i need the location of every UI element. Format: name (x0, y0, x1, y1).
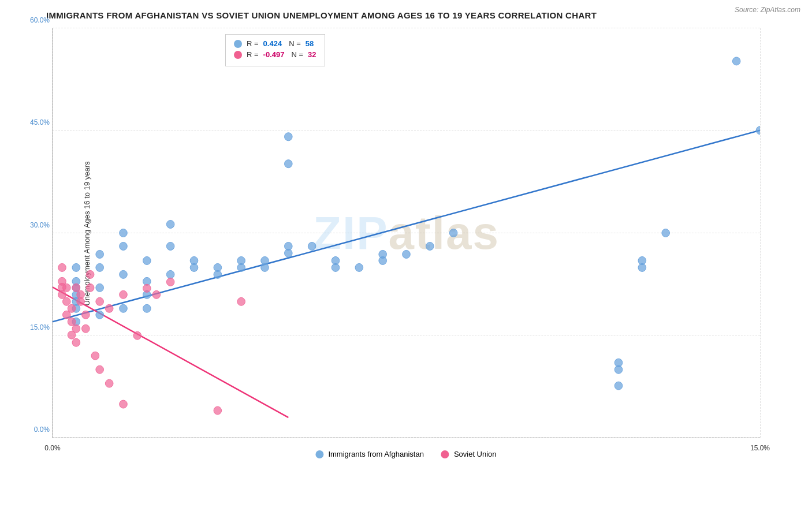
svg-point-81 (152, 290, 161, 298)
svg-point-70 (86, 270, 94, 278)
svg-point-37 (331, 263, 340, 271)
svg-point-18 (143, 256, 151, 264)
legend-item-afghanistan: Immigrants from Afghanistan (315, 450, 423, 458)
x-tick-15: 15.0% (750, 444, 770, 452)
svg-point-73 (96, 365, 104, 374)
svg-point-58 (63, 297, 71, 305)
svg-point-19 (143, 304, 151, 312)
svg-point-16 (120, 229, 128, 237)
svg-point-76 (105, 304, 113, 312)
y-tick-0: 0.0% (34, 426, 50, 434)
svg-point-43 (449, 229, 457, 237)
svg-point-9 (96, 311, 104, 319)
svg-point-12 (96, 250, 104, 258)
chart-area: Unemployment Among Ages 16 to 19 years R… (52, 28, 760, 461)
svg-point-75 (105, 379, 113, 387)
svg-point-84 (237, 297, 245, 305)
svg-point-63 (72, 324, 80, 333)
svg-point-61 (68, 318, 76, 326)
svg-point-38 (355, 263, 363, 271)
svg-point-74 (96, 297, 104, 305)
legend-dot-afghanistan (315, 450, 323, 458)
svg-point-67 (77, 297, 85, 305)
svg-point-21 (166, 270, 174, 278)
svg-point-50 (662, 229, 670, 237)
svg-point-15 (120, 242, 128, 250)
svg-point-46 (614, 365, 623, 374)
svg-point-23 (166, 221, 174, 229)
svg-point-40 (379, 250, 387, 258)
bottom-legend: Immigrants from Afghanistan Soviet Union (315, 450, 496, 458)
svg-point-69 (82, 324, 90, 333)
svg-point-31 (261, 263, 269, 271)
svg-line-1 (53, 287, 288, 417)
legend-label-soviet: Soviet Union (454, 450, 497, 458)
y-tick-45: 45.0% (30, 118, 50, 126)
svg-point-34 (285, 242, 293, 250)
legend-dot-soviet (441, 450, 449, 458)
svg-point-54 (58, 263, 66, 271)
svg-point-35 (308, 242, 316, 250)
svg-point-13 (120, 304, 128, 312)
svg-point-64 (72, 338, 80, 346)
svg-point-48 (638, 256, 646, 264)
svg-point-29 (237, 263, 245, 271)
legend-item-soviet: Soviet Union (441, 450, 497, 458)
svg-point-27 (214, 270, 222, 278)
svg-point-52 (756, 126, 760, 135)
svg-point-10 (96, 283, 104, 292)
svg-point-82 (166, 278, 174, 286)
legend-label-afghanistan: Immigrants from Afghanistan (328, 450, 423, 458)
svg-point-72 (91, 352, 99, 360)
svg-point-49 (614, 382, 623, 390)
x-tick-0: 0.0% (44, 444, 60, 452)
svg-point-56 (58, 290, 66, 298)
svg-point-65 (72, 283, 80, 292)
y-tick-15: 15.0% (30, 323, 50, 331)
plot-area: 0.0% 15.0% 30.0% 45.0% 60.0% 0.0% 15.0% … (52, 28, 760, 438)
svg-point-71 (86, 283, 94, 292)
source-label: Source: ZipAtlas.com (735, 6, 800, 14)
svg-point-7 (72, 263, 80, 271)
svg-point-60 (68, 304, 76, 312)
scatter-svg (53, 28, 760, 438)
svg-point-57 (63, 283, 71, 292)
y-tick-60: 60.0% (30, 16, 50, 24)
y-tick-30: 30.0% (30, 221, 50, 229)
svg-point-14 (120, 270, 128, 278)
svg-point-42 (426, 242, 434, 250)
svg-point-78 (120, 400, 128, 408)
svg-point-51 (732, 57, 740, 65)
svg-point-79 (133, 331, 141, 339)
grid-v-15 (760, 28, 761, 438)
svg-point-80 (143, 284, 151, 292)
svg-point-25 (190, 263, 198, 271)
svg-point-83 (214, 406, 222, 415)
chart-container: IMMIGRANTS FROM AFGHANISTAN VS SOVIET UN… (0, 0, 812, 515)
svg-point-44 (285, 133, 293, 141)
svg-point-68 (82, 311, 90, 319)
svg-point-11 (96, 263, 104, 271)
svg-point-22 (166, 242, 174, 250)
svg-point-77 (120, 290, 128, 298)
svg-point-41 (403, 250, 411, 258)
svg-point-32 (285, 160, 293, 168)
chart-title: IMMIGRANTS FROM AFGHANISTAN VS SOVIET UN… (12, 6, 800, 23)
